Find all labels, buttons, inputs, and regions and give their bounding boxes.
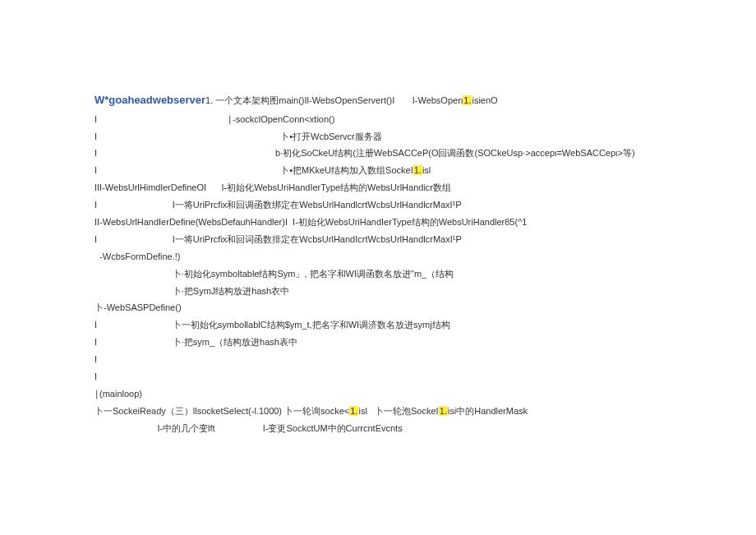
highlight-4: 1.: [439, 406, 448, 416]
code-line-21c: isl 卜一轮泡SockeI: [358, 406, 438, 416]
code-line-18: I: [94, 351, 756, 368]
document-title: W*goaheadwebserver: [94, 94, 205, 106]
highlight-3: 1.: [349, 406, 358, 416]
code-line-03: I 卜•打开WcbServcr服务器: [94, 128, 756, 145]
code-line-06: III-WebsUrlHimdlerDefineOI I-初始化WebsUriH…: [94, 179, 756, 196]
code-line-02: I ∣-sockclOpenConn<xtion(): [94, 111, 756, 128]
code-line-09: I I一将UriPrcfix和回词函数排定在WcbsUrlHandIcrtWcb…: [94, 231, 756, 248]
code-line-07: I I一将UriPrcfix和回调函数绑定在WebsUrlHandlcrtWcb…: [94, 196, 756, 214]
code-line-12: -WcbsFormDefine.!): [94, 248, 756, 265]
code-line-04: I b·初化SoCkeU结构(注册WebSACCeP(O回调函数(SOCkeUs…: [94, 145, 756, 162]
code-line-17: I 卜·把sym_（结构放进hash表中: [94, 334, 756, 351]
code-line-14: 卜·把SymJ结构放进hash衣中: [94, 283, 756, 300]
title-suffix-a: 1. 一个文本架构图main()Il-WebsOpenServert()I I-…: [205, 95, 463, 105]
code-line-13: 卜·初始化symboltable结构Sym」, 把名字和WI调函数名放进"m_（…: [94, 265, 756, 283]
code-line-20: ∣(mainloop): [94, 385, 756, 403]
highlight-1: 1.: [463, 95, 472, 105]
title-suffix-c: isienO: [472, 95, 497, 105]
code-line-21e: isi中的HandlerMask: [448, 406, 528, 416]
code-line-05a: I 卜•把MKkeU结构加入数组SockeI: [94, 165, 413, 175]
highlight-2: 1.: [413, 165, 422, 175]
code-line-15: 卜-WebSASPDefine(): [94, 299, 756, 316]
code-line-16: I 卜一初始化symbollablC结构$ym_t,把名字和WI调济数名放进sy…: [94, 316, 756, 334]
code-line-05: I 卜•把MKkeU结构加入数组SockeI1.isl: [94, 162, 756, 179]
code-line-21: 卜一SockeiReady（三）llsocketSelect(-l.1000) …: [94, 403, 756, 420]
code-line-22: I-中的几个变lft I-变更SockctUM中的CurrcntEvcnts: [94, 420, 756, 437]
code-line-05c: isl: [422, 165, 431, 175]
document-title-line: W*goaheadwebserver1. 一个文本架构图main()Il-Web…: [94, 90, 756, 111]
code-line-08: II-WebsUrlHandIerDefine(WebsDefauhHandle…: [94, 214, 756, 231]
code-line-21a: 卜一SockeiReady（三）llsocketSelect(-l.1000) …: [94, 406, 349, 416]
code-line-19: I: [94, 368, 756, 385]
